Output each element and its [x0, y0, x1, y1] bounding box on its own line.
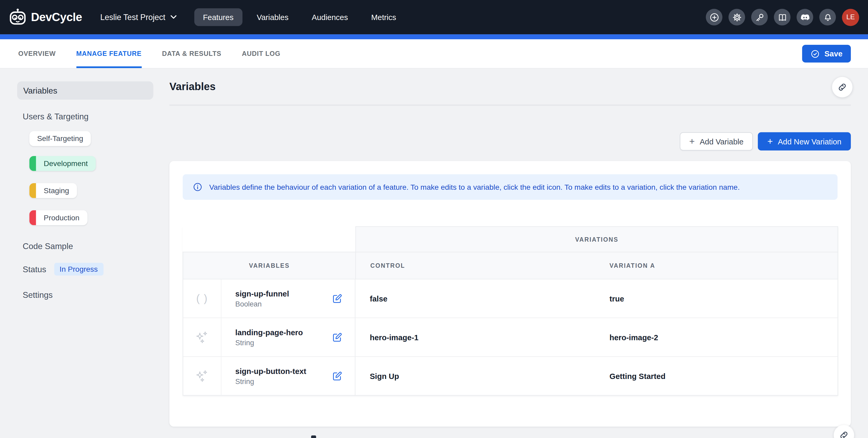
project-selector[interactable]: Leslie Test Project: [100, 13, 176, 22]
logo-wordmark: DevCycle: [31, 10, 82, 24]
sidebar-item-code-sample[interactable]: Code Sample: [23, 241, 166, 250]
devcycle-robot-icon: [8, 7, 28, 27]
env-color-bar-development: [29, 156, 36, 171]
variations-group-header: VARIATIONS: [355, 226, 838, 252]
variable-type: String: [235, 377, 306, 386]
sidebar-env-production[interactable]: Production: [29, 210, 87, 225]
variable-type: Boolean: [235, 299, 289, 309]
accent-progress-bar: [0, 34, 868, 39]
section-link-button[interactable]: [832, 77, 853, 98]
sidebar-item-users-targeting[interactable]: Users & Targeting: [23, 112, 166, 121]
variation-a-value: Getting Started: [597, 357, 838, 396]
sidebar-env-staging[interactable]: Staging: [29, 183, 77, 198]
tab-overview[interactable]: OVERVIEW: [18, 39, 56, 68]
control-value: hero-image-1: [355, 318, 597, 357]
sidebar-env-self-targeting[interactable]: Self-Targeting: [29, 131, 91, 146]
status-badge[interactable]: In Progress: [54, 263, 103, 275]
add-circle-icon[interactable]: [706, 9, 722, 26]
env-color-bar-production: [29, 210, 36, 225]
devcycle-logo[interactable]: DevCycle: [8, 7, 82, 27]
string-sparkles-icon: [183, 318, 221, 357]
add-variable-button[interactable]: + Add Variable: [680, 132, 753, 150]
page-title: Variables: [169, 80, 215, 93]
save-button[interactable]: Save: [802, 45, 851, 63]
variable-cell: sign-up-button-text String: [221, 357, 355, 396]
column-header-control: CONTROL: [355, 252, 597, 279]
variable-name: landing-page-hero: [235, 327, 303, 338]
add-new-variation-label: Add New Variation: [778, 137, 841, 146]
edit-variable-icon[interactable]: [332, 332, 343, 343]
variable-cell: sign-up-funnel Boolean: [221, 279, 355, 318]
feature-tabs-bar: OVERVIEW MANAGE FEATURE DATA & RESULTS A…: [0, 39, 868, 69]
tab-data-results[interactable]: DATA & RESULTS: [162, 39, 221, 68]
column-header-variables: VARIABLES: [183, 252, 355, 279]
tab-audit-log[interactable]: AUDIT LOG: [242, 39, 280, 68]
variation-a-value: true: [597, 279, 838, 318]
sidebar-item-settings[interactable]: Settings: [23, 290, 166, 299]
info-circle-icon: [193, 182, 203, 192]
feature-sidebar: Variables Users & Targeting Self-Targeti…: [0, 69, 166, 299]
next-section-link-button[interactable]: [834, 425, 854, 438]
project-selector-label: Leslie Test Project: [100, 13, 165, 22]
top-navigation-bar: DevCycle Leslie Test Project Features Va…: [0, 0, 868, 34]
edit-variable-icon[interactable]: [332, 371, 343, 381]
env-label: Staging: [36, 187, 77, 195]
env-label: Production: [36, 213, 87, 222]
control-value: false: [355, 279, 597, 318]
app-window: DevCycle Leslie Test Project Features Va…: [0, 0, 868, 438]
plus-icon: +: [689, 136, 695, 146]
plus-icon: +: [767, 136, 773, 146]
nav-item-audiences[interactable]: Audiences: [303, 8, 357, 26]
variables-table: VARIATIONS VARIABLES CONTROL VARIATION A…: [183, 226, 838, 396]
sidebar-status-row: Status In Progress: [23, 263, 166, 275]
string-sparkles-icon: [183, 357, 221, 396]
sidebar-env-development[interactable]: Development: [29, 156, 95, 171]
variables-section-header: Variables: [169, 69, 850, 106]
nav-item-features[interactable]: Features: [194, 8, 242, 26]
status-label: Status: [23, 265, 46, 274]
variables-actions: + Add Variable + Add New Variation: [169, 132, 850, 150]
settings-gear-icon[interactable]: [728, 9, 745, 26]
nav-item-metrics[interactable]: Metrics: [362, 8, 405, 26]
topnav-utility-buttons: LE: [706, 9, 859, 26]
chevron-down-icon: [170, 15, 176, 20]
edit-variable-icon[interactable]: [332, 293, 343, 304]
variable-name: sign-up-button-text: [235, 366, 306, 377]
variable-type: String: [235, 338, 303, 348]
tab-manage-feature[interactable]: MANAGE FEATURE: [76, 39, 142, 68]
variation-a-value: hero-image-2: [597, 318, 838, 357]
info-banner: Variables define the behaviour of each v…: [183, 174, 838, 200]
info-banner-text: Variables define the behaviour of each v…: [209, 183, 740, 191]
api-key-icon[interactable]: [751, 9, 768, 26]
sidebar-item-variables[interactable]: Variables: [17, 81, 153, 100]
env-label: Development: [36, 160, 95, 168]
variable-name: sign-up-funnel: [235, 288, 289, 299]
variable-cell: landing-page-hero String: [221, 318, 355, 357]
boolean-type-icon: ( ): [183, 279, 221, 318]
primary-nav: Features Variables Audiences Metrics: [194, 8, 405, 26]
user-avatar[interactable]: LE: [842, 9, 859, 26]
variables-card: Variables define the behaviour of each v…: [169, 161, 850, 427]
notifications-bell-icon[interactable]: [819, 9, 836, 26]
add-new-variation-button[interactable]: + Add New Variation: [758, 132, 850, 150]
column-header-variation-a: VARIATION A: [597, 252, 838, 279]
nav-item-variables[interactable]: Variables: [248, 8, 298, 26]
manage-feature-page: Variables Users & Targeting Self-Targeti…: [0, 69, 868, 438]
env-label: Self-Targeting: [29, 134, 91, 142]
add-variable-label: Add Variable: [700, 137, 744, 146]
table-spacer-cell: [183, 226, 355, 252]
variables-section: Variables + Add Variable + Add New Varia…: [169, 69, 850, 427]
clipped-content-fragment: [311, 435, 316, 438]
env-color-bar-staging: [29, 183, 36, 198]
control-value: Sign Up: [355, 357, 597, 396]
discord-icon[interactable]: [797, 9, 813, 26]
save-button-label: Save: [825, 49, 843, 58]
check-circle-icon: [810, 49, 820, 59]
docs-book-icon[interactable]: [774, 9, 790, 26]
